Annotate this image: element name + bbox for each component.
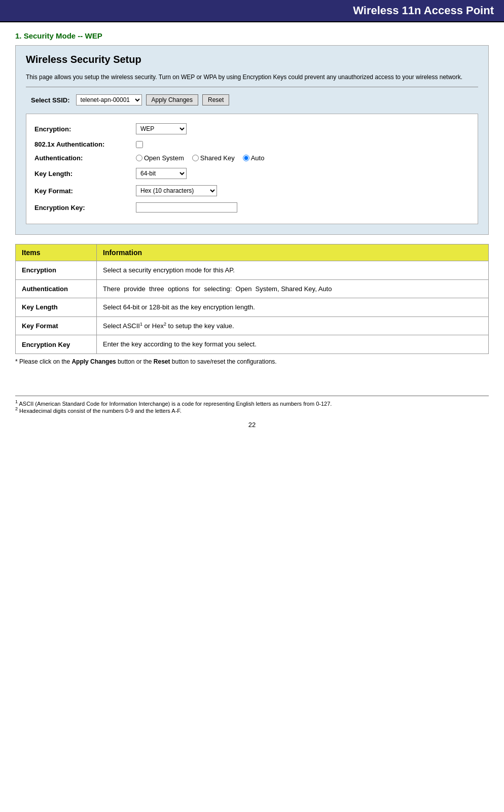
info-table: Items Information Encryption Select a se… (15, 244, 489, 354)
footnote-2: 2 Hexadecimal digits consist of the numb… (15, 406, 489, 414)
key-format-label: Key Format: (34, 187, 136, 195)
encryption-key-control (136, 202, 237, 213)
auth-open-system-radio[interactable] (136, 155, 142, 161)
table-cell-desc: Select ASCII1 or Hex2 to setup the key v… (97, 316, 489, 335)
table-cell-item: Encryption (16, 261, 97, 280)
auth-shared-key[interactable]: Shared Key (192, 154, 235, 162)
note-text: * Please click on the Apply Changes butt… (15, 358, 489, 365)
form-area: Encryption: WEP WPA Disabled 802.1x Auth… (26, 114, 478, 224)
panel-description: This page allows you setup the wireless … (26, 73, 478, 87)
apply-changes-button[interactable]: Apply Changes (146, 94, 198, 105)
ssid-select[interactable]: telenet-apn-00001 (76, 94, 142, 105)
auth-auto-radio[interactable] (243, 155, 249, 161)
section-title: 1. Security Mode -- WEP (15, 31, 489, 40)
page-number: 22 (15, 421, 489, 429)
table-row: Key Length Select 64-bit or 128-bit as t… (16, 298, 489, 317)
table-cell-desc: Select a security encryption mode for th… (97, 261, 489, 280)
page-header: Wireless 11n Access Point (0, 0, 504, 22)
auth-row: Authentication: Open System Shared Key A… (34, 151, 470, 165)
table-cell-item: Key Format (16, 316, 97, 335)
note-suffix: button to save/reset the configurations. (170, 358, 277, 365)
key-length-control: 64-bit 128-bit (136, 168, 187, 179)
table-row: Authentication There provide three optio… (16, 279, 489, 298)
note-prefix: * Please click on the (15, 358, 71, 365)
key-length-row: Key Length: 64-bit 128-bit (34, 165, 470, 182)
dot1x-auth-label: 802.1x Authentication: (34, 140, 136, 148)
footnote-1: 1 ASCII (American Standard Code for Info… (15, 399, 489, 407)
encryption-control: WEP WPA Disabled (136, 123, 187, 134)
col-header-information: Information (97, 244, 489, 261)
key-format-control: Hex (10 characters) ASCII (5 characters) (136, 185, 217, 196)
note-apply: Apply Changes (71, 358, 116, 365)
dot1x-auth-row: 802.1x Authentication: (34, 137, 470, 151)
table-row: Encryption Key Enter the key according t… (16, 335, 489, 354)
table-row: Key Format Select ASCII1 or Hex2 to setu… (16, 316, 489, 335)
table-cell-desc: Select 64-bit or 128-bit as the key encr… (97, 298, 489, 317)
key-length-label: Key Length: (34, 170, 136, 178)
encryption-key-row: Encryption Key: (34, 199, 470, 216)
table-cell-item: Authentication (16, 279, 97, 298)
dot1x-auth-control (136, 141, 143, 148)
key-length-select[interactable]: 64-bit 128-bit (136, 168, 187, 179)
main-content: 1. Security Mode -- WEP Wireless Securit… (0, 22, 504, 439)
encryption-key-input[interactable] (136, 202, 237, 213)
table-cell-desc: There provide three options for selectin… (97, 279, 489, 298)
table-cell-item: Key Length (16, 298, 97, 317)
ssid-row: Select SSID: telenet-apn-00001 Apply Cha… (26, 94, 478, 105)
encryption-select[interactable]: WEP WPA Disabled (136, 123, 187, 134)
col-header-items: Items (16, 244, 97, 261)
encryption-label: Encryption: (34, 125, 136, 133)
encryption-row: Encryption: WEP WPA Disabled (34, 120, 470, 137)
auth-open-system[interactable]: Open System (136, 154, 184, 162)
auth-shared-key-radio[interactable] (192, 155, 199, 161)
auth-radio-group: Open System Shared Key Auto (136, 154, 269, 162)
panel-box: Wireless Security Setup This page allows… (15, 45, 489, 235)
dot1x-auth-checkbox[interactable] (136, 141, 143, 148)
auth-auto[interactable]: Auto (243, 154, 265, 162)
footnote-area: 1 ASCII (American Standard Code for Info… (15, 396, 489, 414)
auth-label: Authentication: (34, 154, 136, 162)
header-title: Wireless 11n Access Point (353, 4, 494, 17)
key-format-row: Key Format: Hex (10 characters) ASCII (5… (34, 182, 470, 199)
note-reset: Reset (154, 358, 170, 365)
table-row: Encryption Select a security encryption … (16, 261, 489, 280)
key-format-select[interactable]: Hex (10 characters) ASCII (5 characters) (136, 185, 217, 196)
encryption-key-label: Encryption Key: (34, 204, 136, 211)
table-cell-desc: Enter the key according to the key forma… (97, 335, 489, 354)
table-cell-item: Encryption Key (16, 335, 97, 354)
ssid-label: Select SSID: (31, 96, 70, 104)
reset-button[interactable]: Reset (202, 94, 229, 105)
note-middle: button or the (116, 358, 154, 365)
panel-title: Wireless Security Setup (26, 54, 478, 65)
